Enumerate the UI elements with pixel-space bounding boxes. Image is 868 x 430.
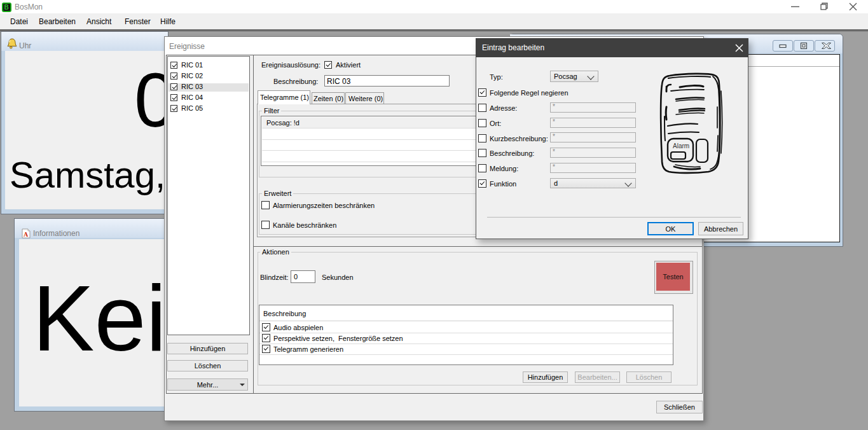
svg-text:A: A [24,231,29,238]
svg-text:Alarm: Alarm [673,142,689,149]
